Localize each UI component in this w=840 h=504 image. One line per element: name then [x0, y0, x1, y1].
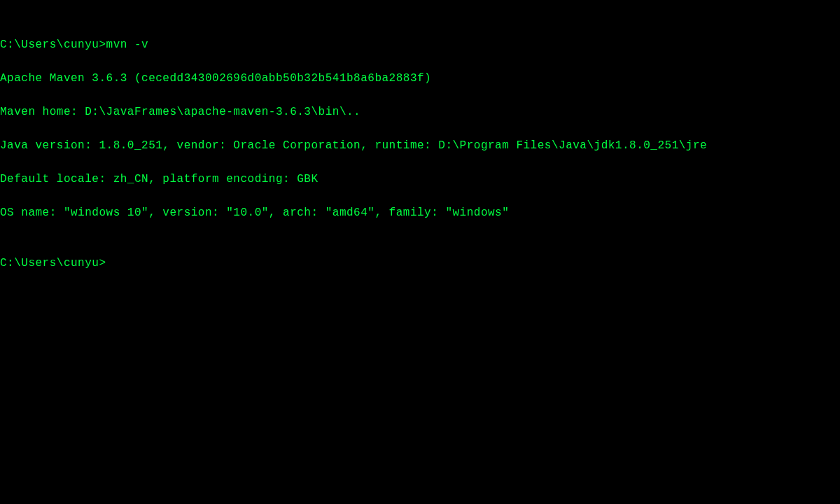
terminal-line: Apache Maven 3.6.3 (cecedd343002696d0abb… [0, 70, 840, 87]
terminal-line: Default locale: zh_CN, platform encoding… [0, 171, 840, 188]
terminal-output[interactable]: C:\Users\cunyu>mvn -v Apache Maven 3.6.3… [0, 20, 840, 288]
command-input: mvn -v [106, 38, 149, 51]
output-text: Apache Maven 3.6.3 (cecedd343002696d0abb… [0, 72, 431, 85]
terminal-line: OS name: "windows 10", version: "10.0", … [0, 204, 840, 221]
terminal-line: C:\Users\cunyu>mvn -v [0, 36, 840, 53]
terminal-line: C:\Users\cunyu> [0, 255, 840, 272]
output-text: Maven home: D:\JavaFrames\apache-maven-3… [0, 106, 360, 118]
prompt: C:\Users\cunyu> [0, 257, 106, 270]
prompt: C:\Users\cunyu> [0, 38, 106, 51]
terminal-line: Maven home: D:\JavaFrames\apache-maven-3… [0, 104, 840, 120]
output-text: Java version: 1.8.0_251, vendor: Oracle … [0, 139, 707, 152]
terminal-line: Java version: 1.8.0_251, vendor: Oracle … [0, 137, 840, 154]
output-text: OS name: "windows 10", version: "10.0", … [0, 206, 509, 219]
output-text: Default locale: zh_CN, platform encoding… [0, 173, 318, 186]
